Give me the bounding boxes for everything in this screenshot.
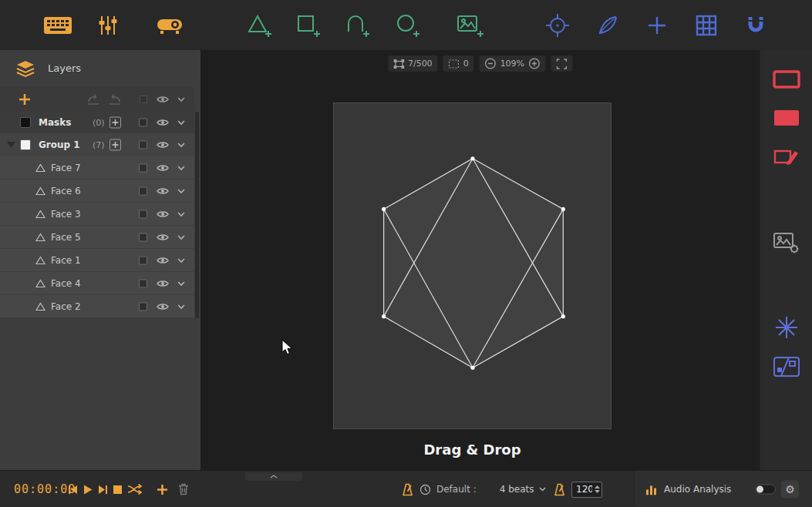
visibility-all-eye-icon[interactable] (157, 95, 169, 103)
shape-pen-icon (773, 146, 800, 169)
grid-button[interactable] (691, 10, 722, 41)
layer-visibility-eye-icon[interactable] (157, 210, 169, 218)
layer-chevron-icon[interactable] (177, 212, 185, 217)
add-circle-button[interactable] (393, 10, 423, 41)
layer-checkbox[interactable] (139, 163, 147, 172)
add-mask-button[interactable] (110, 117, 121, 129)
masks-chevron-icon[interactable] (177, 120, 185, 125)
layer-checkbox[interactable] (139, 186, 147, 195)
layer-row-face[interactable]: Face 3 (0, 203, 194, 226)
add-image-button[interactable] (455, 10, 486, 41)
skip-start-button[interactable] (68, 485, 78, 495)
layer-row-face[interactable]: Face 6 (0, 180, 194, 203)
add-triangle-button[interactable] (244, 10, 275, 41)
beats-dropdown[interactable]: 4 beats (500, 484, 547, 495)
zoom-out-icon[interactable] (485, 58, 497, 69)
fit-view-button[interactable] (551, 55, 572, 72)
draw-shape-button[interactable] (770, 143, 803, 171)
output-mix-button[interactable] (770, 353, 803, 381)
layer-chevron-icon[interactable] (177, 304, 185, 309)
freeform-tool-button[interactable] (592, 10, 623, 41)
stepper-down-icon[interactable] (595, 490, 600, 493)
layer-chevron-icon[interactable] (177, 166, 185, 170)
delete-sequence-button[interactable] (178, 483, 189, 495)
masks-color-swatch[interactable] (20, 117, 31, 128)
layer-checkbox[interactable] (139, 233, 147, 241)
canvas-controls: 7/500 0 109% (388, 55, 572, 72)
hexagon-faces-shape[interactable] (334, 103, 611, 428)
outline-rectangle-icon (772, 69, 801, 89)
play-icon (83, 485, 93, 495)
canvas-area[interactable]: 7/500 0 109% (200, 50, 760, 470)
layer-chevron-icon[interactable] (177, 281, 185, 286)
layer-visibility-eye-icon[interactable] (157, 163, 169, 172)
center-target-button[interactable] (542, 10, 573, 41)
layer-row-group[interactable]: Group 1 (7) (0, 133, 194, 156)
fit-view-icon (556, 59, 567, 69)
skip-end-button[interactable] (98, 485, 108, 495)
projection-surface[interactable] (333, 102, 612, 429)
layer-visibility-eye-icon[interactable] (157, 233, 169, 241)
layer-visibility-eye-icon[interactable] (157, 279, 169, 287)
group-checkbox[interactable] (139, 141, 147, 149)
masks-checkbox[interactable] (139, 119, 147, 127)
chevron-up-icon (270, 475, 278, 478)
media-settings-button[interactable] (770, 229, 803, 257)
keyboard-shortcuts-button[interactable] (42, 10, 73, 41)
audio-analysis-toggle[interactable] (755, 484, 776, 494)
layer-row-face[interactable]: Face 7 (0, 156, 194, 180)
layer-checkbox[interactable] (139, 256, 147, 264)
select-all-checkbox[interactable] (140, 96, 147, 103)
stepper-up-icon[interactable] (595, 485, 600, 489)
layers-scrollbar[interactable] (195, 112, 199, 318)
layer-row-face[interactable]: Face 4 (0, 272, 194, 295)
masks-visibility-eye-icon[interactable] (157, 119, 169, 127)
audio-settings-button[interactable]: ⚙ (781, 480, 799, 498)
add-layer-button[interactable] (19, 93, 31, 106)
group-expand-caret-icon[interactable] (7, 142, 15, 148)
reorder-up-icon (108, 93, 122, 105)
layer-checkbox[interactable] (139, 210, 147, 218)
collapse-all-chevron-icon[interactable] (177, 97, 185, 102)
app-window: Layers (0, 0, 812, 507)
layer-visibility-eye-icon[interactable] (157, 302, 169, 311)
projector-output-button[interactable] (154, 10, 185, 41)
sequence-actions (157, 471, 189, 507)
add-arch-button[interactable] (342, 10, 373, 41)
reorder-down-button[interactable] (86, 93, 100, 105)
bpm-input[interactable] (572, 482, 592, 497)
add-sequence-button[interactable] (157, 484, 168, 495)
add-to-group-button[interactable] (110, 139, 121, 151)
layer-chevron-icon[interactable] (177, 258, 185, 263)
layer-row-face[interactable]: Face 1 (0, 249, 194, 272)
group-visibility-eye-icon[interactable] (157, 141, 169, 149)
play-button[interactable] (83, 485, 93, 495)
add-point-button[interactable] (642, 10, 672, 41)
layer-visibility-eye-icon[interactable] (157, 256, 169, 264)
metronome-icon (554, 483, 565, 496)
layer-row-face[interactable]: Face 2 (0, 295, 194, 318)
outline-style-button[interactable] (770, 65, 803, 93)
layer-row-masks[interactable]: Masks (0) (0, 112, 194, 133)
reorder-up-button[interactable] (108, 93, 122, 105)
shuffle-button[interactable] (127, 484, 143, 495)
zoom-in-icon[interactable] (528, 58, 540, 69)
layer-checkbox[interactable] (139, 302, 147, 311)
layers-panel: Layers (0, 50, 200, 470)
bpm-steppers[interactable] (595, 482, 600, 497)
layer-row-face[interactable]: Face 5 (0, 226, 194, 249)
effects-button[interactable] (770, 314, 803, 341)
snap-magnet-button[interactable] (740, 10, 771, 41)
group-chevron-icon[interactable] (177, 143, 185, 147)
add-rectangle-button[interactable] (293, 10, 324, 41)
layer-checkbox[interactable] (139, 279, 147, 287)
controls-button[interactable] (93, 10, 123, 41)
layer-chevron-icon[interactable] (177, 235, 185, 240)
stop-button[interactable] (113, 485, 122, 494)
layer-chevron-icon[interactable] (177, 189, 185, 193)
timeline-collapse-handle[interactable] (245, 472, 302, 481)
layer-visibility-eye-icon[interactable] (157, 186, 169, 195)
fill-style-button[interactable] (770, 104, 803, 132)
layer-label: Face 7 (51, 163, 81, 173)
group-color-swatch[interactable] (20, 139, 31, 150)
